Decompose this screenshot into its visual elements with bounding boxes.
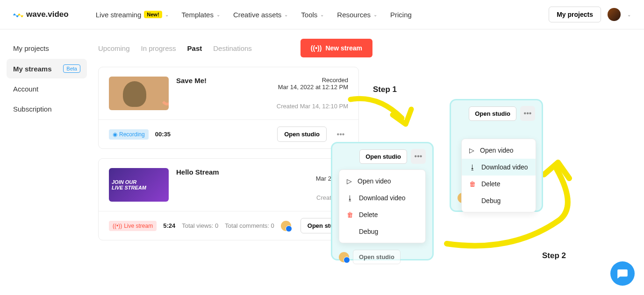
main-area: My projects My streams Beta Account Subs… xyxy=(0,29,644,250)
chevron-down-icon: ⌄ xyxy=(320,12,324,17)
stream-title: Hello Stream xyxy=(176,168,308,176)
open-studio-button[interactable]: Open studio xyxy=(353,250,401,264)
popup-footer: Open studio xyxy=(339,250,426,264)
stream-title: Save Me! xyxy=(176,77,269,84)
more-button[interactable]: ••• xyxy=(520,106,535,121)
user-avatar[interactable] xyxy=(608,8,621,21)
header-right: My projects ⌄ xyxy=(549,7,631,22)
menu-label: Download video xyxy=(359,194,406,202)
popup-header: Open studio ••• xyxy=(339,149,426,164)
sidebar-item-label: My streams xyxy=(13,65,52,73)
nav-label: Templates xyxy=(182,11,214,19)
menu-item-open-video[interactable]: ▷ Open video xyxy=(339,173,425,190)
menu-item-debug[interactable]: Debug xyxy=(339,223,425,240)
open-studio-button[interactable]: Open studio xyxy=(469,106,516,121)
live-icon: ((•)) xyxy=(113,223,122,229)
menu-item-download-video[interactable]: ⭳ Download video xyxy=(339,190,425,206)
sidebar-item-my-projects[interactable]: My projects xyxy=(7,39,87,58)
duration: 5:24 xyxy=(163,222,175,229)
nav-creative-assets[interactable]: Creative assets ⌄ xyxy=(233,11,288,19)
chevron-down-icon: ⌄ xyxy=(216,12,220,17)
menu-label: Open video xyxy=(480,147,514,154)
top-nav: Live streaming New! ⌄ Templates ⌄ Creati… xyxy=(96,11,412,19)
card-bottom: ◉ Recording 00:35 Open studio ••• xyxy=(99,119,358,148)
context-menu-popup-1: Open studio ••• ▷ Open video ⭳ Download … xyxy=(331,142,434,260)
card-top: JOIN OUR LIVE STREAM Hello Stream St Mar… xyxy=(99,159,358,211)
brand-text: wave.video xyxy=(26,10,69,19)
card-meta: Recorded Mar 14, 2022 at 12:12 PM Create… xyxy=(277,77,348,110)
nav-label: Resources xyxy=(337,11,371,19)
tabs-row: Upcoming In progress Past Destinations (… xyxy=(98,39,639,57)
open-studio-button[interactable]: Open studio xyxy=(277,126,327,142)
badge-label: Recording xyxy=(119,131,145,138)
wave-logo-icon xyxy=(13,11,23,18)
sidebar: My projects My streams Beta Account Subs… xyxy=(0,29,93,250)
chevron-down-icon: ⌄ xyxy=(284,12,288,17)
dots-icon: ••• xyxy=(524,109,532,118)
step-2-label: Step 2 xyxy=(542,251,566,260)
tab-past[interactable]: Past xyxy=(187,44,202,52)
views-stat: Total views: 0 xyxy=(182,222,218,229)
recording-badge: ◉ Recording xyxy=(109,129,149,140)
brand-logo[interactable]: wave.video xyxy=(13,10,69,19)
stream-card: JOIN OUR LIVE STREAM Hello Stream St Mar… xyxy=(98,158,359,240)
broadcast-icon: ((•)) xyxy=(311,44,322,52)
stream-thumbnail[interactable]: JOIN OUR LIVE STREAM xyxy=(109,168,169,202)
nav-templates[interactable]: Templates ⌄ xyxy=(182,11,220,19)
trash-icon: 🗑 xyxy=(469,180,476,188)
play-icon: ▷ xyxy=(469,147,474,154)
facebook-destination-icon[interactable] xyxy=(281,221,291,231)
thumb-text-line: LIVE STREAM xyxy=(112,185,146,190)
download-icon: ⭳ xyxy=(469,163,476,171)
facebook-destination-icon[interactable] xyxy=(339,252,349,262)
nav-label: Live streaming xyxy=(96,11,142,19)
open-studio-button[interactable]: Open studio xyxy=(359,149,407,164)
menu-label: Debug xyxy=(359,228,378,235)
sidebar-item-my-streams[interactable]: My streams Beta xyxy=(7,59,87,78)
my-projects-button[interactable]: My projects xyxy=(549,7,601,22)
download-icon: ⭳ xyxy=(347,194,353,202)
tab-destinations[interactable]: Destinations xyxy=(213,44,252,52)
stream-time: Mar 14, 2022 at 12:12 PM xyxy=(277,84,348,91)
thumb-text-line: JOIN OUR xyxy=(112,179,146,185)
sidebar-item-subscription[interactable]: Subscription xyxy=(7,99,87,119)
card-top: Save Me! Recorded Mar 14, 2022 at 12:12 … xyxy=(99,67,358,119)
context-menu: ▷ Open video ⭳ Download video 🗑 Delete D… xyxy=(339,169,426,243)
nav-resources[interactable]: Resources ⌄ xyxy=(337,11,377,19)
menu-label: Open video xyxy=(358,177,391,185)
menu-item-delete[interactable]: 🗑 Delete xyxy=(339,206,425,223)
dots-icon: ••• xyxy=(415,152,422,161)
stream-status: Recorded xyxy=(277,77,348,84)
tab-upcoming[interactable]: Upcoming xyxy=(98,44,130,52)
stream-card: Save Me! Recorded Mar 14, 2022 at 12:12 … xyxy=(98,67,359,149)
nav-label: Creative assets xyxy=(233,11,281,19)
chevron-down-icon[interactable]: ⌄ xyxy=(627,12,631,17)
menu-label: Delete xyxy=(481,180,500,188)
menu-item-download-video[interactable]: ⭳ Download video xyxy=(462,159,536,176)
decoration-icon xyxy=(159,81,169,105)
menu-item-debug[interactable]: Debug xyxy=(462,192,536,209)
chat-support-button[interactable] xyxy=(610,261,635,286)
menu-label: Debug xyxy=(481,197,501,204)
nav-live-streaming[interactable]: Live streaming New! ⌄ xyxy=(96,11,169,19)
chat-icon xyxy=(616,267,629,280)
chevron-down-icon: ⌄ xyxy=(373,12,377,17)
sidebar-item-account[interactable]: Account xyxy=(7,79,87,98)
card-info: Hello Stream xyxy=(176,168,308,176)
more-button[interactable]: ••• xyxy=(333,127,348,142)
top-header: wave.video Live streaming New! ⌄ Templat… xyxy=(0,0,644,29)
menu-item-open-video[interactable]: ▷ Open video xyxy=(462,142,536,159)
menu-item-delete[interactable]: 🗑 Delete xyxy=(462,176,536,192)
card-bottom: ((•)) Live stream 5:24 Total views: 0 To… xyxy=(99,211,358,240)
popup-header: Open studio ••• xyxy=(458,106,535,121)
live-stream-badge: ((•)) Live stream xyxy=(109,221,157,231)
nav-pricing[interactable]: Pricing xyxy=(390,11,412,19)
new-stream-button[interactable]: ((•)) New stream xyxy=(301,39,372,57)
stream-thumbnail[interactable] xyxy=(109,77,169,110)
step-1-label: Step 1 xyxy=(373,85,397,94)
nav-label: Pricing xyxy=(390,11,412,19)
more-button[interactable]: ••• xyxy=(411,149,426,164)
nav-tools[interactable]: Tools ⌄ xyxy=(301,11,324,19)
comments-stat: Total comments: 0 xyxy=(225,222,274,229)
tab-in-progress[interactable]: In progress xyxy=(141,44,176,52)
